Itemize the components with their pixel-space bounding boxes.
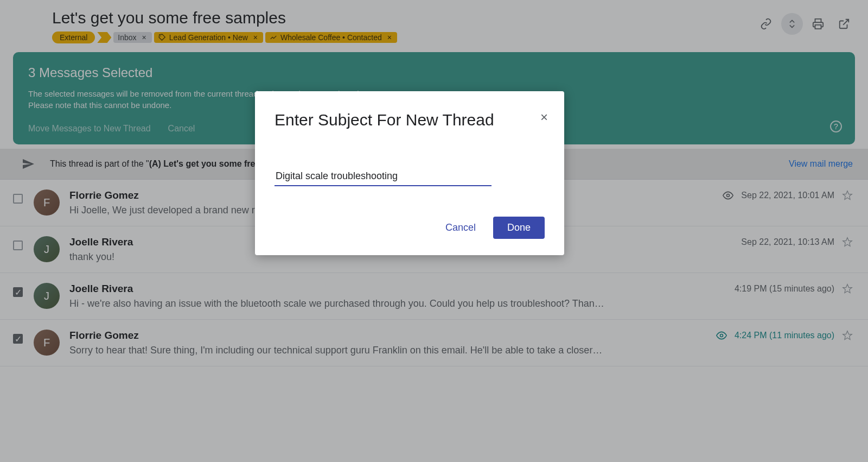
dialog-actions: Cancel Done	[275, 217, 545, 239]
close-icon[interactable]: ×	[540, 111, 548, 124]
done-button[interactable]: Done	[493, 217, 545, 239]
cancel-button[interactable]: Cancel	[435, 217, 487, 239]
subject-input[interactable]	[275, 167, 492, 186]
dialog-title: Enter Subject For New Thread	[275, 111, 545, 129]
subject-dialog: Enter Subject For New Thread × Cancel Do…	[255, 91, 564, 255]
